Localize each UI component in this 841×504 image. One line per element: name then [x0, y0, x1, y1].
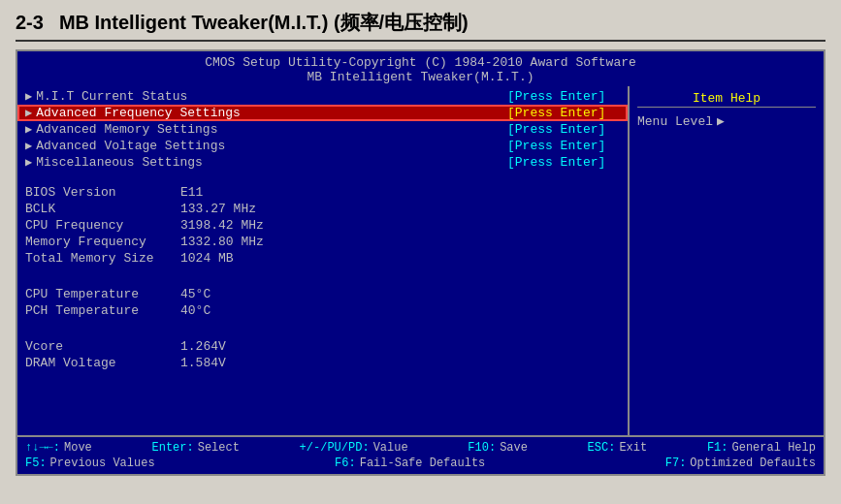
footer-desc-0-2: Value: [373, 441, 408, 455]
menu-item-value-1: [Press Enter]: [507, 106, 624, 120]
bios-footer: ↑↓→←:MoveEnter:Select+/-/PU/PD:ValueF10:…: [17, 435, 824, 474]
footer-desc-1-4: Optimized Defaults: [690, 457, 816, 470]
footer-desc-1-1: Previous Values: [50, 457, 155, 470]
menu-item-1[interactable]: ▶ Advanced Frequency Settings [Press Ent…: [17, 105, 628, 121]
menu-item-3[interactable]: ▶ Advanced Voltage Settings [Press Enter…: [17, 138, 628, 154]
title-text: MB Intelligent Tweaker(M.I.T.) (频率/电压控制): [59, 10, 469, 36]
bios-main: ▶ M.I.T Current Status [Press Enter] ▶ A…: [17, 86, 630, 435]
footer-key-1-4: F7:: [665, 457, 687, 470]
info-label-1: BCLK: [25, 202, 180, 216]
footer-key-0-2: +/-/PU/PD:: [300, 441, 370, 455]
menu-item-arrow-3: ▶: [25, 139, 32, 153]
menu-item-label-2: Advanced Memory Settings: [36, 122, 507, 137]
footer-key-0-4: ESC:: [588, 441, 616, 455]
info-section-1: BIOS Version E11 BCLK 133.27 MHz CPU Fre…: [17, 176, 628, 268]
info-value-3: 1332.80 MHz: [180, 235, 264, 249]
menu-item-value-2: [Press Enter]: [507, 122, 624, 137]
info-section-2: CPU Temperature 45°C PCH Temperature 40°…: [17, 278, 628, 321]
sidebar-menu-level: Menu Level ▶: [637, 113, 816, 129]
footer-item-0-4: ESC:Exit: [588, 441, 648, 455]
footer-key-0-0: ↑↓→←:: [25, 441, 60, 455]
info-row-1: PCH Temperature 40°C: [25, 302, 620, 319]
info-row-0: BIOS Version E11: [25, 184, 620, 201]
menu-item-value-0: [Press Enter]: [507, 89, 624, 104]
info-row-1: BCLK 133.27 MHz: [25, 201, 620, 217]
info-row-3: Memory Frequency 1332.80 MHz: [25, 234, 620, 250]
menu-item-label-1: Advanced Frequency Settings: [36, 106, 507, 120]
info-spacer-2: [17, 321, 628, 331]
info-row-0: Vcore 1.264V: [25, 338, 620, 355]
title-number: 2-3: [16, 12, 44, 34]
footer-desc-1-2: Fail-Safe Defaults: [360, 457, 486, 470]
footer-key-1-1: F5:: [25, 457, 47, 470]
info-label-1: DRAM Voltage: [25, 356, 180, 370]
menu-item-0[interactable]: ▶ M.I.T Current Status [Press Enter]: [17, 88, 628, 105]
info-label-0: CPU Temperature: [25, 287, 180, 301]
footer-row-0: ↑↓→←:MoveEnter:Select+/-/PU/PD:ValueF10:…: [25, 440, 816, 456]
menu-item-value-4: [Press Enter]: [507, 155, 624, 170]
footer-item-1-2: F6:Fail-Safe Defaults: [335, 457, 485, 470]
menu-item-label-4: Miscellaneous Settings: [36, 155, 507, 170]
info-value-4: 1024 MB: [180, 251, 234, 266]
info-value-1: 133.27 MHz: [180, 202, 256, 216]
info-row-1: DRAM Voltage 1.584V: [25, 355, 620, 371]
footer-key-1-2: F6:: [335, 457, 356, 470]
info-label-3: Memory Frequency: [25, 235, 180, 249]
info-value-0: 1.264V: [180, 339, 226, 354]
info-row-0: CPU Temperature 45°C: [25, 286, 620, 302]
info-label-4: Total Memory Size: [25, 251, 180, 266]
menu-item-label-3: Advanced Voltage Settings: [36, 139, 507, 153]
info-row-2: CPU Frequency 3198.42 MHz: [25, 217, 620, 234]
info-row-4: Total Memory Size 1024 MB: [25, 250, 620, 267]
menu-item-arrow-0: ▶: [25, 89, 32, 104]
menu-level-arrow: ▶: [717, 113, 725, 129]
menu-item-label-0: M.I.T Current Status: [36, 89, 507, 104]
info-label-0: BIOS Version: [25, 185, 180, 200]
footer-key-0-1: Enter:: [152, 441, 194, 455]
info-value-1: 40°C: [180, 303, 210, 318]
footer-key-0-3: F10:: [468, 441, 496, 455]
footer-desc-0-1: Select: [198, 441, 240, 455]
bios-sidebar: Item Help Menu Level ▶: [630, 86, 824, 435]
footer-item-0-1: Enter:Select: [152, 441, 240, 455]
footer-desc-0-4: Exit: [619, 441, 647, 455]
footer-item-0-2: +/-/PU/PD:Value: [300, 441, 408, 455]
title-bar: 2-3 MB Intelligent Tweaker(M.I.T.) (频率/电…: [16, 10, 825, 42]
info-value-0: 45°C: [180, 287, 210, 301]
menu-item-value-3: [Press Enter]: [507, 139, 624, 153]
menu-item-arrow-2: ▶: [25, 122, 32, 137]
menu-items-container: ▶ M.I.T Current Status [Press Enter] ▶ A…: [17, 88, 628, 171]
footer-item-1-4: F7:Optimized Defaults: [665, 457, 816, 470]
footer-item-0-0: ↑↓→←:Move: [25, 441, 92, 455]
footer-row-1: F5:Previous ValuesF6:Fail-Safe DefaultsF…: [25, 456, 816, 471]
footer-container: ↑↓→←:MoveEnter:Select+/-/PU/PD:ValueF10:…: [25, 440, 816, 471]
bios-header-line2: MB Intelligent Tweaker(M.I.T.): [17, 70, 824, 84]
footer-item-0-3: F10:Save: [468, 441, 528, 455]
bios-header-line1: CMOS Setup Utility-Copyright (C) 1984-20…: [17, 55, 824, 70]
info-spacer-1: [17, 268, 628, 278]
info-value-2: 3198.42 MHz: [180, 218, 264, 233]
info-label-0: Vcore: [25, 339, 180, 354]
footer-item-0-5: F1:General Help: [707, 441, 816, 455]
footer-desc-0-0: Move: [64, 441, 92, 455]
info-value-0: E11: [180, 185, 203, 200]
menu-level-label: Menu Level: [637, 114, 713, 129]
footer-desc-0-3: Save: [500, 441, 528, 455]
bios-body: ▶ M.I.T Current Status [Press Enter] ▶ A…: [17, 86, 824, 435]
bios-header: CMOS Setup Utility-Copyright (C) 1984-20…: [17, 51, 824, 86]
bios-container: CMOS Setup Utility-Copyright (C) 1984-20…: [16, 49, 825, 476]
footer-item-1-1: F5:Previous Values: [25, 457, 155, 470]
page-wrapper: 2-3 MB Intelligent Tweaker(M.I.T.) (频率/电…: [0, 0, 841, 504]
info-label-1: PCH Temperature: [25, 303, 180, 318]
sidebar-title: Item Help: [637, 90, 816, 108]
info-section-3: Vcore 1.264V DRAM Voltage 1.584V: [17, 331, 628, 373]
info-label-2: CPU Frequency: [25, 218, 180, 233]
info-value-1: 1.584V: [180, 356, 226, 370]
footer-desc-0-5: General Help: [732, 441, 816, 455]
menu-item-4[interactable]: ▶ Miscellaneous Settings [Press Enter]: [17, 154, 628, 171]
menu-item-2[interactable]: ▶ Advanced Memory Settings [Press Enter]: [17, 121, 628, 138]
footer-key-0-5: F1:: [707, 441, 728, 455]
menu-item-arrow-1: ▶: [25, 106, 32, 120]
menu-item-arrow-4: ▶: [25, 155, 32, 170]
